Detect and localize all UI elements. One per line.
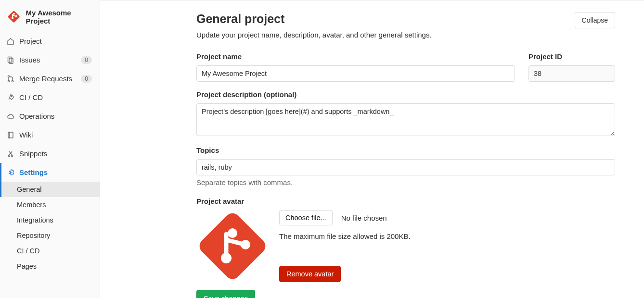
- subnav-item-general[interactable]: General: [0, 182, 100, 197]
- sidebar-item-label: Snippets: [19, 149, 47, 158]
- sidebar-item-project[interactable]: Project: [0, 32, 100, 50]
- merge-icon: [7, 75, 14, 83]
- sidebar-item-merge-requests[interactable]: Merge Requests 0: [0, 69, 100, 88]
- issues-icon: [7, 56, 14, 64]
- project-title: My Awesome Project: [26, 9, 92, 25]
- avatar-label: Project avatar: [196, 197, 615, 205]
- subnav-item-pages[interactable]: Pages: [0, 259, 100, 274]
- count-badge: 0: [81, 56, 92, 64]
- svg-point-7: [8, 80, 9, 82]
- sidebar-item-settings[interactable]: Settings: [0, 163, 100, 182]
- svg-point-2: [13, 13, 15, 15]
- description-label: Project description (optional): [196, 90, 615, 99]
- project-id-input: [528, 65, 615, 82]
- sidebar-item-wiki[interactable]: Wiki: [0, 125, 100, 144]
- topics-helper: Separate topics with commas.: [196, 178, 615, 186]
- avatar-preview: [196, 210, 269, 282]
- sidebar-item-label: Operations: [19, 112, 54, 120]
- page-title: General project: [196, 12, 432, 26]
- sidebar-item-label: Project: [19, 37, 42, 45]
- home-icon: [7, 37, 14, 45]
- snippets-icon: [7, 150, 14, 158]
- sidebar-item-issues[interactable]: Issues 0: [0, 50, 100, 69]
- remove-avatar-button[interactable]: Remove avatar: [279, 266, 341, 282]
- file-status: No file chosen: [341, 214, 387, 222]
- svg-rect-9: [8, 132, 13, 138]
- sidebar-item-cicd[interactable]: CI / CD: [0, 88, 100, 107]
- page-subtitle: Update your project name, description, a…: [196, 31, 432, 39]
- svg-point-10: [8, 155, 10, 156]
- sidebar-item-label: Wiki: [19, 131, 33, 139]
- sidebar-item-label: Settings: [19, 168, 48, 176]
- sidebar-item-snippets[interactable]: Snippets: [0, 144, 100, 163]
- save-changes-button[interactable]: Save changes: [196, 290, 255, 298]
- subnav-item-members[interactable]: Members: [0, 197, 100, 212]
- project-name-label: Project name: [196, 52, 515, 61]
- svg-rect-4: [8, 57, 12, 62]
- choose-file-button[interactable]: Choose file...: [279, 210, 333, 225]
- collapse-button[interactable]: Collapse: [575, 12, 615, 28]
- sidebar-project-header[interactable]: My Awesome Project: [0, 5, 100, 32]
- svg-point-14: [228, 228, 237, 238]
- topics-input[interactable]: [196, 159, 615, 175]
- subnav-item-integrations[interactable]: Integrations: [0, 212, 100, 228]
- sidebar-item-operations[interactable]: Operations: [0, 107, 100, 125]
- main-content: General project Update your project name…: [100, 0, 644, 298]
- subnav-item-cicd[interactable]: CI / CD: [0, 243, 100, 259]
- subnav-item-repository[interactable]: Repository: [0, 228, 100, 243]
- sidebar-item-label: CI / CD: [19, 93, 43, 101]
- rocket-icon: [7, 94, 14, 101]
- sidebar-item-label: Merge Requests: [19, 74, 72, 83]
- gear-icon: [7, 169, 14, 176]
- cloud-icon: [7, 112, 14, 120]
- book-icon: [7, 131, 14, 139]
- description-textarea[interactable]: [196, 103, 615, 136]
- project-name-input[interactable]: [196, 65, 515, 82]
- count-badge: 0: [81, 75, 92, 83]
- project-id-label: Project ID: [528, 52, 615, 61]
- git-icon: [7, 9, 21, 25]
- svg-point-11: [11, 155, 13, 156]
- max-size-text: The maximum file size allowed is 200KB.: [279, 232, 615, 240]
- divider: [279, 255, 615, 255]
- svg-point-6: [8, 75, 9, 77]
- svg-rect-0: [8, 11, 20, 23]
- sidebar: My Awesome Project Project Issues 0 Merg…: [0, 0, 100, 298]
- settings-subnav: General Members Integrations Repository …: [0, 182, 100, 274]
- sidebar-item-label: Issues: [19, 56, 40, 64]
- svg-rect-12: [196, 210, 269, 282]
- svg-rect-5: [9, 58, 13, 63]
- svg-point-8: [12, 80, 13, 82]
- topics-label: Topics: [196, 146, 615, 154]
